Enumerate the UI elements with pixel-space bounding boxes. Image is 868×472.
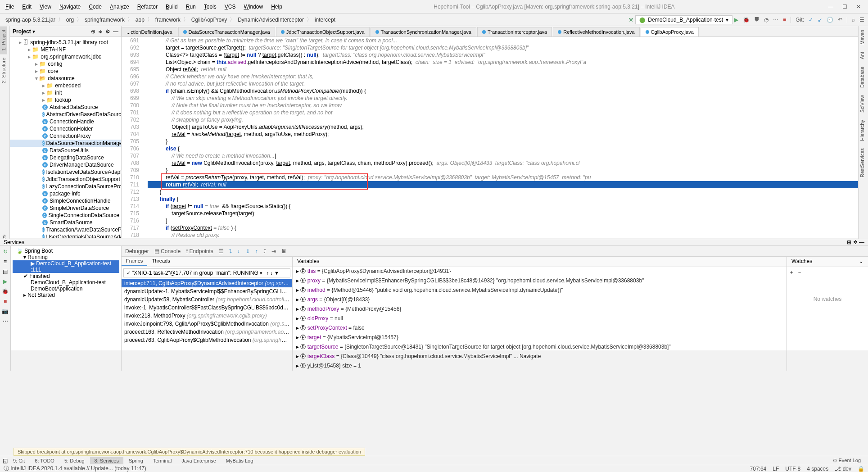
tree-item[interactable]: cIsolationLevelDataSourceAdapt [10,168,121,176]
tree-item[interactable]: cTransactionAwareDataSourceProxy [10,226,121,233]
thread-selector[interactable]: ✓ "XNIO-1 task-2"@17,707 in group "main"… [123,268,290,277]
bottom-tab[interactable]: Terminal [149,457,176,464]
tree-item[interactable]: ▸ 📁lookup [10,96,121,104]
frame-row[interactable]: invoke:-1, MybatisController$$FastClassB… [122,304,292,312]
variable-row[interactable]: ▸ ⓟ oldProxy = null [293,314,787,323]
frames-list[interactable]: intercept:711, CglibAopProxy$DynamicAdvi… [122,279,292,344]
editor-tab[interactable]: ReflectiveMethodInvocation.java [553,27,639,36]
tree-item[interactable]: cJdbcTransactionObjectSupport [10,176,121,183]
file-encoding[interactable]: UTF-8 [785,466,800,472]
tree-item[interactable]: cAbstractDataSource [10,104,121,111]
menu-code[interactable]: Code [85,2,105,12]
tree-item[interactable]: ▸ 📁init [10,89,121,96]
services-item[interactable]: ✔ Finished [13,273,119,279]
collapse-icon[interactable]: ≑ [98,28,103,35]
editor-tab[interactable]: CglibAopProxy.java [641,27,699,36]
editor-tab[interactable]: TransactionSynchronizationManager.java [371,27,476,36]
variable-row[interactable]: ▸ ⓟ yList@15458} size = 1 [293,361,787,371]
tree-item[interactable]: cSimpleConnectionHandle [10,197,121,204]
run-configuration-select[interactable]: ⬤ DemoCloud_B_Application-test ▾ [635,15,732,24]
filter-icon[interactable]: ▤ [3,268,8,275]
git-pull-icon[interactable]: ↙ [818,17,822,23]
variable-row[interactable]: ▸ ⓟ targetSource = {SingletonTargetSourc… [293,342,787,352]
line-separator[interactable]: LF [773,466,779,472]
rail-sciview[interactable]: SciView [859,91,866,116]
frame-row[interactable]: dynamicUpdate:58, MybatisController (org… [122,295,292,304]
rail-ant[interactable]: Ant [859,48,866,63]
menu-window[interactable]: Window [240,2,267,12]
tree-item[interactable]: cConnectionHolder [10,125,121,132]
editor-tab[interactable]: DataSourceTransactionManager.java [178,27,275,36]
tree-item[interactable]: ▾ 📂datasource [10,75,121,82]
services-item[interactable]: DemoBootApplication [13,286,119,292]
variable-row[interactable]: ▸ ⓟ method = {Method@15446} "public void… [293,286,787,295]
git-branch[interactable]: ⎇ dev [835,466,851,472]
git-history-icon[interactable]: 🕘 [827,17,833,23]
locate-icon[interactable]: ⊕ [91,28,95,35]
panel-gear-icon[interactable]: ✲ [853,239,858,245]
services-item[interactable]: ▶ DemoCloud_B_Application-test :111 [13,260,119,273]
tree-item[interactable]: cLazyConnectionDataSourceProx [10,183,121,190]
editor-tab[interactable]: JdbcTransactionObjectSupport.java [276,27,370,36]
more-icon[interactable]: ⋯ [3,318,8,324]
tree-item[interactable]: ▸ 🗄spring-jdbc-5.3.21.jar library root [10,39,121,46]
tree-item[interactable]: cSingleConnectionDataSource [10,212,121,219]
tree-item[interactable]: cSmartDataSource [10,219,121,226]
services-item[interactable]: 🍃 Spring Boot [13,248,119,254]
breadcrumb-7[interactable]: intercept [313,16,337,24]
rerun-icon[interactable]: ↻ [3,249,8,255]
tree-item[interactable]: ▸ 📁core [10,68,121,75]
console-tab[interactable]: ▤ Console [154,248,181,254]
endpoints-tab[interactable]: ⟟ Endpoints [186,248,213,254]
build-icon[interactable]: ⚒ [628,17,633,23]
breadcrumb-6[interactable]: DynamicAdvisedInterceptor [236,16,306,24]
threads-tab[interactable]: Threads [147,257,174,266]
stop-icon[interactable]: ■ [783,17,786,23]
bottom-left-icon[interactable]: ◱ [3,458,8,464]
rail-restservices[interactable]: RestServices [859,145,866,181]
bottom-tab[interactable]: 9: Git [9,457,29,464]
step-over-icon[interactable]: ⤵ [229,248,232,254]
minimize-icon[interactable]: — [828,4,833,10]
variable-row[interactable]: ▸ ⓟ methodProxy = {MethodProxy@15456} [293,304,787,314]
add-watch-icon[interactable]: ＋ [789,268,794,276]
frame-row[interactable]: invokeJoinpoint:793, CglibAopProxy$Cglib… [122,320,292,328]
breadcrumb-5[interactable]: CglibAopProxy [190,16,229,24]
tree-item[interactable]: ▸ 📁embedded [10,82,121,89]
debug-icon[interactable]: 🐞 [743,17,750,23]
tree-item[interactable]: cConnectionProxy [10,132,121,140]
variables-panel[interactable]: Variables ▸ ⓟ this = {CglibAopProxy$Dyna… [293,257,787,371]
bottom-tab[interactable]: 5: Debug [60,457,89,464]
variable-row[interactable]: ▸ ⓟ args = {Object[0]@18433} [293,295,787,304]
close-icon[interactable]: ✕ [856,4,861,10]
menu-build[interactable]: Build [162,2,181,12]
breadcrumb-3[interactable]: aop [134,16,146,24]
frame-row[interactable]: dynamicUpdate:-1, MybatisServiceImpl$$En… [122,287,292,295]
breadcrumb-0[interactable]: spring-aop-5.3.21.jar [4,16,57,24]
breadcrumb-4[interactable]: framework [154,16,182,24]
debugger-tab[interactable]: Debugger [125,248,149,254]
rail-project[interactable]: 1: Project [0,26,7,54]
frame-row[interactable]: proceed:763, CglibAopProxy$CglibMethodIn… [122,336,292,344]
breadcrumb-2[interactable]: springframework [83,16,127,24]
watches-collapse-icon[interactable]: ⌄ [859,258,863,265]
rail-structure[interactable]: 2: Structure [0,54,7,87]
run-icon[interactable]: ▶ [734,17,738,23]
run-to-cursor-icon[interactable]: ⇥ [271,248,276,254]
services-item[interactable]: ▸ Not Started [13,292,119,298]
tree-item[interactable]: ▸ 📁config [10,60,121,68]
camera-icon[interactable]: 📷 [2,308,9,314]
tree-item[interactable]: cConnectionHandle [10,118,121,125]
git-update-icon[interactable]: ✓ [809,17,813,23]
gear-icon[interactable]: ⚙ [105,28,110,35]
tree-item[interactable]: cUserCredentialsDataSourceAda [10,233,121,238]
tree-item[interactable]: cDriverManagerDataSource [10,161,121,168]
bottom-tab[interactable]: Java Enterprise [177,457,220,464]
services-tree[interactable]: 🍃 Spring Boot▾ Running▶ DemoCloud_B_Appl… [11,246,122,371]
code-editor[interactable]: 6916926936946956966976986997007017027037… [122,37,858,238]
event-log-tab[interactable]: ⊙ Event Log [828,457,865,464]
bottom-tab[interactable]: MyBatis Log [222,457,258,464]
menu-edit[interactable]: Edit [18,2,35,12]
indent-info[interactable]: 4 spaces [807,466,828,472]
menu-vcs[interactable]: VCS [221,2,240,12]
